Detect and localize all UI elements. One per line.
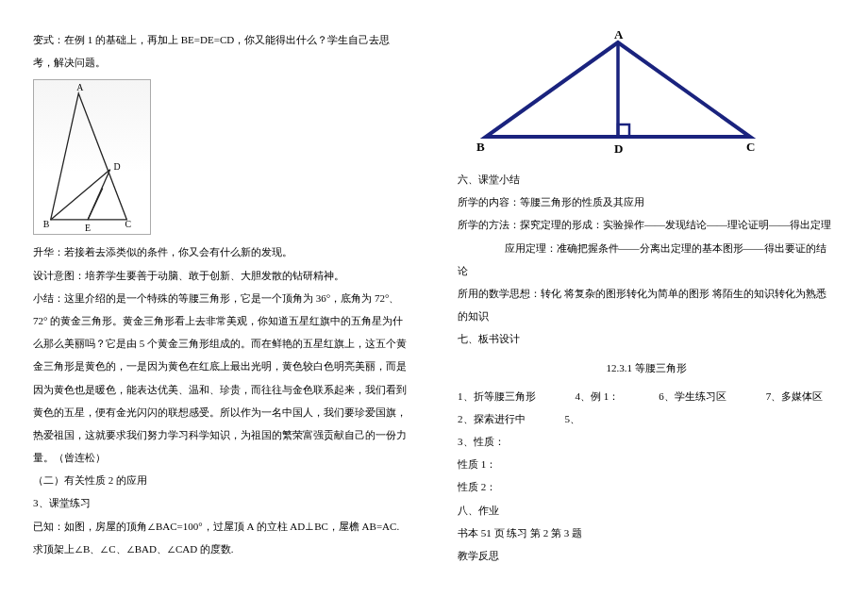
known-problem-text: 已知：如图，房屋的顶角∠BAC=100°，过屋顶 A 的立柱 AD⊥BC，屋檐 …: [33, 515, 410, 560]
svg-line-3: [88, 189, 103, 220]
math-thinking: 所用的数学思想：转化 将复杂的图形转化为简单的图形 将陌生的知识转化为熟悉的知识: [458, 282, 835, 327]
section-8-header: 八、作业: [458, 499, 835, 522]
figure-roof-triangle: A B C D: [458, 28, 778, 160]
label-A: A: [76, 83, 84, 93]
left-column: 变式：在例 1 的基础上，再加上 BE=DE=CD，你又能得出什么？学生自己去思…: [33, 28, 434, 585]
label-E: E: [85, 223, 91, 233]
board-prop2: 性质 2：: [458, 475, 835, 498]
right-column: A B C D 六、课堂小结 所学的内容：等腰三角形的性质及其应用 所学的方法：…: [434, 28, 835, 585]
label-C: C: [125, 219, 131, 229]
board-prop1: 性质 1：: [458, 453, 835, 475]
homework-text: 书本 51 页 练习 第 2 第 3 题: [458, 522, 835, 544]
section-2-header: （二）有关性质 2 的应用: [33, 469, 410, 491]
board-7: 7、多媒体区: [766, 385, 824, 407]
board-3: 3、性质：: [458, 430, 835, 453]
tri-label-B: B: [476, 140, 485, 154]
variant-text: 变式：在例 1 的基础上，再加上 BE=DE=CD，你又能得出什么？学生自己去思…: [33, 28, 410, 74]
sublimation-text: 升华：若接着去添类似的条件，你又会有什么新的发现。: [33, 240, 410, 263]
method-apply: 应用定理：准确把握条件——分离出定理的基本图形——得出要证的结论: [458, 237, 835, 282]
tri-label-A: A: [614, 28, 624, 41]
board-2: 2、探索进行中: [458, 407, 526, 430]
tri-label-D: D: [614, 141, 623, 156]
design-intent-text: 设计意图：培养学生要善于动脑、敢于创新、大胆发散的钻研精神。: [33, 264, 410, 287]
svg-marker-0: [51, 93, 127, 220]
reflection-text: 教学反思: [458, 544, 835, 567]
label-D: D: [114, 161, 121, 172]
board-row-2: 2、探索进行中 5、: [458, 407, 835, 430]
label-B: B: [43, 219, 50, 229]
content-learned: 所学的内容：等腰三角形的性质及其应用: [458, 191, 835, 213]
board-title: 12.3.1 等腰三角形: [458, 356, 835, 379]
board-5: 5、: [565, 407, 581, 430]
summary-text: 小结：这里介绍的是一个特殊的等腰三角形，它是一个顶角为 36°，底角为 72°、…: [33, 287, 410, 470]
board-6: 6、学生练习区: [659, 385, 726, 407]
board-1: 1、折等腰三角形: [458, 385, 536, 407]
board-row-1: 1、折等腰三角形 4、例 1： 6、学生练习区 7、多媒体区: [458, 385, 835, 407]
board-4: 4、例 1：: [576, 385, 620, 407]
method-learned: 所学的方法：探究定理的形成：实验操作——发现结论——理论证明——得出定理: [458, 213, 835, 236]
figure-golden-triangle: A B C D E: [33, 79, 151, 235]
section-7-header: 七、板书设计: [458, 327, 835, 350]
class-practice-header: 3、课堂练习: [33, 491, 410, 514]
tri-label-C: C: [746, 140, 755, 154]
section-6-header: 六、课堂小结: [458, 168, 835, 191]
